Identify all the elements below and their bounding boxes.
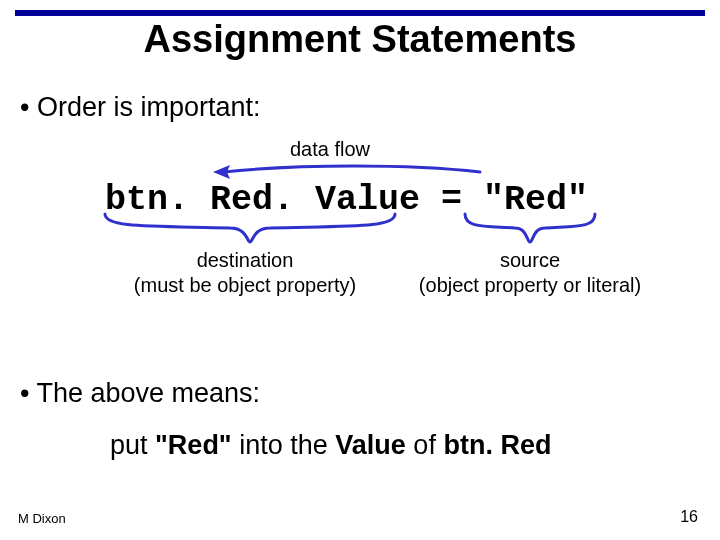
- w-put: put: [110, 430, 148, 460]
- label-source-line1: source: [500, 249, 560, 271]
- w-red: "Red": [155, 430, 232, 460]
- label-source-line2: (object property or literal): [419, 274, 641, 296]
- arrow-data-flow: [210, 160, 485, 182]
- w-value: Value: [335, 430, 406, 460]
- footer-author: M Dixon: [18, 511, 66, 526]
- label-data-flow: data flow: [290, 138, 370, 161]
- label-source: source (object property or literal): [405, 248, 655, 298]
- footer-page-number: 16: [680, 508, 698, 526]
- bullet-order: • Order is important:: [20, 92, 261, 123]
- page-title: Assignment Statements: [0, 18, 720, 61]
- label-destination-line2: (must be object property): [134, 274, 356, 296]
- bullet-means-text: The above means:: [36, 378, 260, 408]
- w-of: of: [413, 430, 436, 460]
- brace-source: [460, 210, 600, 246]
- w-into-the: into the: [239, 430, 328, 460]
- bullet-order-text: Order is important:: [37, 92, 261, 122]
- w-btnred: btn. Red: [443, 430, 551, 460]
- title-rule: [15, 10, 705, 16]
- bullet-means: • The above means:: [20, 378, 260, 409]
- meaning-sentence: put "Red" into the Value of btn. Red: [110, 430, 551, 461]
- brace-destination: [100, 210, 400, 246]
- label-destination-line1: destination: [197, 249, 294, 271]
- label-destination: destination (must be object property): [105, 248, 385, 298]
